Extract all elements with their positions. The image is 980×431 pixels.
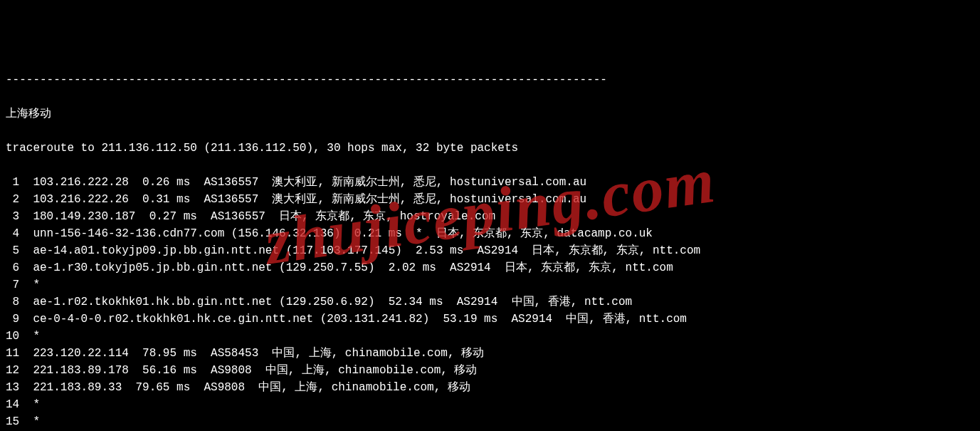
hop-detail: ce-0-4-0-0.r02.tkokhk01.hk.ce.gin.ntt.ne… — [19, 313, 687, 326]
hop-detail: 180.149.230.187 0.27 ms AS136557 日本, 东京都… — [19, 210, 495, 223]
hop-detail: 223.120.22.114 78.95 ms AS58453 中国, 上海, … — [19, 347, 484, 360]
hop-detail: 103.216.222.28 0.26 ms AS136557 澳大利亚, 新南… — [19, 176, 586, 189]
hop-detail: 103.216.222.26 0.31 ms AS136557 澳大利亚, 新南… — [19, 193, 586, 206]
separator-line: ----------------------------------------… — [6, 71, 974, 88]
hop-number: 4 — [6, 225, 19, 242]
hop-number: 15 — [6, 413, 19, 430]
hop-line: 9 ce-0-4-0-0.r02.tkokhk01.hk.ce.gin.ntt.… — [6, 311, 974, 328]
isp-title: 上海移动 — [6, 105, 974, 123]
hop-detail: 221.183.89.178 56.16 ms AS9808 中国, 上海, c… — [19, 364, 477, 377]
hop-line: 4 unn-156-146-32-136.cdn77.com (156.146.… — [6, 225, 974, 242]
hop-line: 8 ae-1.r02.tkokhk01.hk.bb.gin.ntt.net (1… — [6, 294, 974, 311]
hop-number: 12 — [6, 362, 19, 379]
hop-detail: ae-14.a01.tokyjp09.jp.bb.gin.ntt.net (11… — [19, 244, 700, 257]
hop-line: 5 ae-14.a01.tokyjp09.jp.bb.gin.ntt.net (… — [6, 242, 974, 259]
hop-number: 2 — [6, 191, 19, 208]
hop-line: 2 103.216.222.26 0.31 ms AS136557 澳大利亚, … — [6, 191, 974, 208]
hop-line: 13 221.183.89.33 79.65 ms AS9808 中国, 上海,… — [6, 379, 974, 396]
hop-detail: unn-156-146-32-136.cdn77.com (156.146.32… — [19, 227, 653, 240]
hop-number: 6 — [6, 259, 19, 276]
hop-line: 15 * — [6, 413, 974, 430]
hop-number: 1 — [6, 174, 19, 191]
hop-number: 11 — [6, 345, 19, 362]
hop-number: 7 — [6, 276, 19, 294]
hop-line: 1 103.216.222.28 0.26 ms AS136557 澳大利亚, … — [6, 174, 974, 191]
hop-number: 5 — [6, 242, 19, 259]
hop-detail: * — [19, 415, 40, 428]
hop-line: 3 180.149.230.187 0.27 ms AS136557 日本, 东… — [6, 208, 974, 225]
hop-line: 10 * — [6, 328, 974, 345]
hop-number: 10 — [6, 328, 19, 345]
hop-detail: ae-1.r02.tkokhk01.hk.bb.gin.ntt.net (129… — [19, 296, 632, 308]
hop-number: 9 — [6, 311, 19, 328]
hop-detail: ae-1.r30.tokyjp05.jp.bb.gin.ntt.net (129… — [19, 261, 673, 274]
hop-detail: * — [19, 398, 40, 411]
traceroute-output: 1 103.216.222.28 0.26 ms AS136557 澳大利亚, … — [6, 174, 974, 431]
hop-detail: * — [19, 279, 40, 291]
hop-line: 6 ae-1.r30.tokyjp05.jp.bb.gin.ntt.net (1… — [6, 259, 974, 276]
hop-line: 7 * — [6, 276, 974, 294]
hop-line: 12 221.183.89.178 56.16 ms AS9808 中国, 上海… — [6, 362, 974, 379]
hop-number: 3 — [6, 208, 19, 225]
hop-detail: * — [19, 330, 40, 343]
hop-line: 11 223.120.22.114 78.95 ms AS58453 中国, 上… — [6, 345, 974, 362]
hop-number: 14 — [6, 396, 19, 413]
hop-number: 8 — [6, 294, 19, 311]
hop-line: 14 * — [6, 396, 974, 413]
hop-number: 13 — [6, 379, 19, 396]
hop-detail: 221.183.89.33 79.65 ms AS9808 中国, 上海, ch… — [19, 381, 470, 394]
traceroute-header: traceroute to 211.136.112.50 (211.136.11… — [6, 140, 974, 157]
